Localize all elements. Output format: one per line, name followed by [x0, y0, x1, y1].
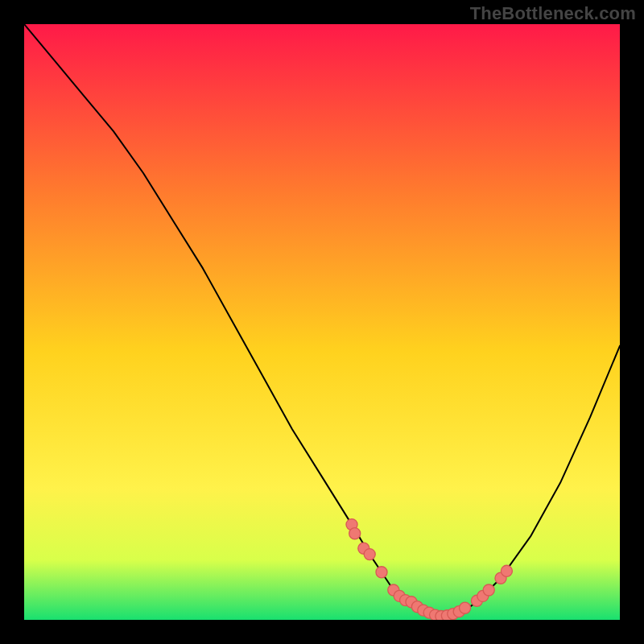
plot-area	[24, 24, 620, 620]
data-point	[460, 602, 471, 613]
data-point	[483, 584, 494, 596]
watermark-text: TheBottleneck.com	[470, 3, 636, 24]
bottleneck-curve	[24, 24, 620, 617]
chart-svg	[24, 24, 620, 620]
data-point	[501, 565, 512, 576]
data-point	[376, 567, 387, 578]
data-point	[364, 549, 375, 560]
chart-frame: { "watermark": "TheBottleneck.com", "col…	[0, 0, 644, 644]
highlighted-points	[346, 519, 512, 620]
data-point	[349, 528, 361, 539]
